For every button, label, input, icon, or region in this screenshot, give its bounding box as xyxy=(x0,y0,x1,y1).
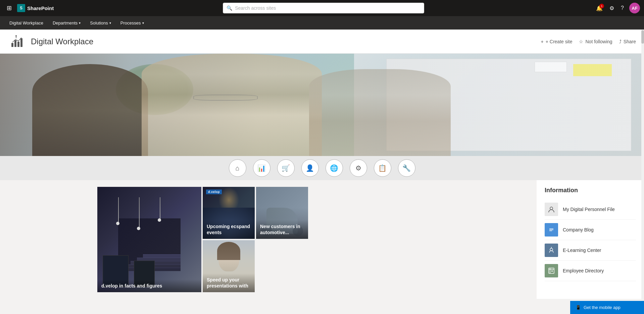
chevron-down-icon: ▾ xyxy=(109,21,111,25)
subnav-departments[interactable]: Departments ▾ xyxy=(49,18,85,28)
hero-section xyxy=(0,54,644,156)
card-events-title: Upcoming ecspand events xyxy=(207,223,251,235)
sub-navigation: Digital Workplace Departments ▾ Solution… xyxy=(0,16,644,30)
notification-icon[interactable]: 🔔 1 xyxy=(593,2,605,14)
create-site-label: + Create site xyxy=(546,39,573,44)
gear-icon-button[interactable]: ⚙ xyxy=(350,159,367,177)
news-card-stairs[interactable]: d.velop in facts and figures xyxy=(97,187,201,292)
card-presentations-overlay: Speed up your presentations with xyxy=(203,273,255,292)
search-box[interactable]: 🔍 Search across sites xyxy=(223,3,424,13)
blog-label: Company Blog xyxy=(563,227,594,232)
card-events-overlay: Upcoming ecspand events xyxy=(203,220,255,239)
subnav-digital-workplace[interactable]: Digital Workplace xyxy=(5,18,47,28)
directory-label: Employee Directory xyxy=(563,268,604,273)
scrollbar-track xyxy=(641,30,644,299)
information-title: Information xyxy=(545,187,636,194)
elearning-icon xyxy=(545,244,558,257)
card-auto-title: New customers in automotive... xyxy=(260,223,304,235)
card-auto-overlay: New customers in automotive... xyxy=(256,220,308,239)
not-following-button[interactable]: ☆ Not following xyxy=(579,39,612,44)
subnav-processes-label: Processes xyxy=(120,20,141,25)
icon-bar: ⌂ 📊 🛒 👤 🌐 ⚙ 📋 🔧 xyxy=(0,156,644,180)
settings-icon[interactable]: ⚙ xyxy=(607,2,617,14)
personnel-icon xyxy=(545,203,558,216)
site-title-area: Digital Workplace xyxy=(8,33,93,50)
home-icon-button[interactable]: ⌂ xyxy=(229,159,246,177)
subnav-departments-label: Departments xyxy=(53,20,78,25)
news-card-automotive[interactable]: New customers in automotive... xyxy=(256,187,308,239)
main-content: d.velop in facts and figures d.velop Upc… xyxy=(0,180,644,299)
info-item-directory[interactable]: Employee Directory xyxy=(545,261,636,281)
card-stairs-background xyxy=(97,187,201,292)
basket-icon-button[interactable]: 🛒 xyxy=(277,159,295,177)
plus-icon: + xyxy=(541,39,544,44)
sp-logo-icon: S xyxy=(17,4,25,12)
search-container: 🔍 Search across sites xyxy=(56,3,591,13)
top-navigation-bar: ⊞ S SharePoint 🔍 Search across sites 🔔 1… xyxy=(0,0,644,16)
chevron-down-icon: ▾ xyxy=(142,21,144,25)
share-label: Share xyxy=(624,39,636,44)
information-sidebar: Information My Digital Personnel File Co… xyxy=(537,180,644,299)
subnav-solutions[interactable]: Solutions ▾ xyxy=(86,18,115,28)
hero-overlay xyxy=(0,54,644,156)
not-following-label: Not following xyxy=(585,39,612,44)
news-card-presentations[interactable]: Speed up your presentations with xyxy=(203,240,255,292)
waffle-menu-icon[interactable]: ⊞ xyxy=(4,2,14,14)
person-icon-button[interactable]: 👤 xyxy=(301,159,319,177)
svg-point-4 xyxy=(15,35,17,37)
news-grid: d.velop in facts and figures d.velop Upc… xyxy=(0,180,537,299)
settings-icon-button[interactable]: 🔧 xyxy=(398,159,415,177)
directory-icon xyxy=(545,264,558,277)
subnav-solutions-label: Solutions xyxy=(90,20,108,25)
card-stairs-overlay: d.velop in facts and figures xyxy=(97,279,201,292)
search-placeholder-text: Search across sites xyxy=(235,5,276,11)
share-button[interactable]: ⤴ Share xyxy=(619,39,636,44)
search-icon: 🔍 xyxy=(227,5,232,11)
site-title: Digital Workplace xyxy=(31,37,93,46)
chart-icon-button[interactable]: 📊 xyxy=(253,159,270,177)
globe-icon-button[interactable]: 🌐 xyxy=(326,159,343,177)
svg-point-6 xyxy=(550,207,553,210)
svg-rect-3 xyxy=(20,38,22,47)
site-icon-svg xyxy=(10,35,23,48)
svg-rect-1 xyxy=(14,40,16,47)
svg-rect-2 xyxy=(17,42,19,47)
top-bar-right: 🔔 1 ⚙ ? AF xyxy=(593,2,640,14)
personnel-label: My Digital Personnel File xyxy=(563,207,615,212)
chevron-down-icon: ▾ xyxy=(79,21,81,25)
card-stairs-title: d.velop in facts and figures xyxy=(101,283,197,289)
top-bar-left: ⊞ S SharePoint xyxy=(4,2,54,14)
event-brand-tag: d.velop xyxy=(206,190,222,194)
info-item-blog[interactable]: Company Blog xyxy=(545,220,636,240)
hero-background xyxy=(0,54,644,156)
clipboard-icon-button[interactable]: 📋 xyxy=(374,159,391,177)
star-icon: ☆ xyxy=(579,39,583,44)
blog-icon xyxy=(545,223,558,237)
user-avatar[interactable]: AF xyxy=(629,3,640,13)
help-icon[interactable]: ? xyxy=(618,2,627,14)
subnav-digital-workplace-label: Digital Workplace xyxy=(9,20,43,25)
svg-rect-13 xyxy=(549,268,554,273)
stairs-visual xyxy=(97,187,201,292)
svg-point-16 xyxy=(551,270,553,272)
sharepoint-logo[interactable]: S SharePoint xyxy=(17,4,54,12)
news-card-events[interactable]: d.velop Upcoming ecspand events xyxy=(203,187,255,239)
share-icon: ⤴ xyxy=(619,39,622,44)
card-presentations-title: Speed up your presentations with xyxy=(207,277,251,289)
sharepoint-app-name: SharePoint xyxy=(27,5,54,11)
scrollbar-thumb[interactable] xyxy=(641,30,644,44)
info-item-personnel[interactable]: My Digital Personnel File xyxy=(545,199,636,220)
create-site-button[interactable]: + + Create site xyxy=(541,39,573,44)
site-header: Digital Workplace + + Create site ☆ Not … xyxy=(0,30,644,54)
notification-badge: 1 xyxy=(599,4,604,8)
subnav-processes[interactable]: Processes ▾ xyxy=(116,18,148,28)
site-header-actions: + + Create site ☆ Not following ⤴ Share xyxy=(541,39,636,44)
svg-rect-0 xyxy=(11,43,13,47)
site-icon xyxy=(8,33,26,50)
elearning-label: E-Learning Center xyxy=(563,248,601,253)
info-item-elearning[interactable]: E-Learning Center xyxy=(545,240,636,261)
